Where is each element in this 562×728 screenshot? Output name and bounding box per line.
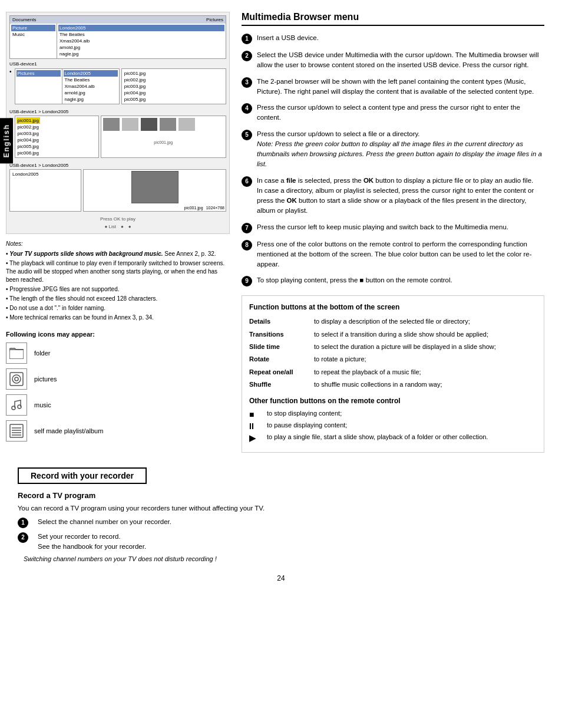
func-row-transitions: Transitions to select if a transition du… (249, 330, 537, 339)
color-buttons: ● List ● ● (9, 223, 226, 230)
pause-symbol: II (249, 421, 267, 431)
func-desc-details: to display a description of the selected… (314, 317, 537, 326)
b3-pic002: pic002.jpg (16, 124, 40, 130)
symbol-row-pause: II to pause displaying content; (249, 421, 537, 431)
browser-body-4: London2005 (10, 170, 81, 193)
browser-sim-2: Pictures London2005 The Beatles Xmas2004… (15, 68, 120, 104)
browser-sim-1: Documents Pictures Picture Music London2… (9, 15, 226, 59)
record-note: Switching channel numbers on your TV doe… (24, 555, 544, 562)
browser-sim-4: London2005 (9, 169, 81, 212)
func-row-details: Details to display a description of the … (249, 317, 537, 326)
bold-ok-1: OK (363, 177, 373, 184)
browser4-files: London2005 (10, 170, 81, 193)
mb-item-2: 2 Select the USB device under Multimedia… (242, 50, 544, 71)
browser-row-2: • Pictures London2005 The Beatles Xmas20… (9, 68, 226, 107)
browser2b-right: pic001.jpg pic002.jpg pic003.jpg pic004.… (122, 69, 226, 104)
func-name-rotate: Rotate (249, 355, 314, 364)
note-item-4: The length of the files should not excee… (6, 295, 230, 303)
pic-filename: pic001.jpg (184, 206, 203, 210)
record-section: Record with your recorder Record a TV pr… (18, 467, 544, 563)
note-item-5: Do not use a dot "." in folder naming. (6, 304, 230, 312)
b2-xmas2: Xmas2004.alb (64, 83, 118, 90)
record-subtitle: Record a TV program (18, 491, 544, 500)
icon-row-folder: folder (6, 342, 230, 364)
browser-body-1: Picture Music London2005 The Beatles Xma… (10, 24, 226, 58)
mb-text-1: Insert a USB device. (257, 33, 544, 44)
color-btn-dot2: ● (128, 224, 131, 229)
playlist-label: self made playlist/album (34, 427, 103, 434)
thumb-5 (178, 118, 195, 131)
browser-body-3: pic001.jpg pic002.jpg pic003.jpg pic004.… (15, 116, 98, 157)
pause-desc: to pause displaying content; (267, 421, 537, 429)
b2b-pic005: pic005.jpg (123, 96, 224, 103)
large-image (131, 171, 178, 203)
number-2: 2 (242, 51, 252, 61)
mb-text-7: Press the cursor left to keep music play… (257, 222, 544, 233)
note-bold-1: Your TV supports slide shows with backgr… (9, 251, 163, 257)
browser2-left: Pictures (15, 69, 62, 104)
right-panel: Multimedia Browser menu 1 Insert a USB d… (242, 12, 544, 453)
usb-device-label: USB-device1 (9, 61, 37, 67)
mb-item-9: 9 To stop playing content, press the ■ b… (242, 275, 544, 286)
browser-sim-label-3: USB-device1 > London2005 (9, 109, 226, 114)
browser-body-3b (101, 116, 226, 140)
thumb-2 (122, 118, 138, 131)
b3-pic001: pic001.jpg (16, 117, 40, 124)
folder-label: folder (34, 350, 51, 357)
image-counter: pic001.jpg 1024×768 (84, 205, 226, 211)
func-row-repeat: Repeat one/all to repeat the playback of… (249, 368, 537, 377)
browser-sim-3b: pic001.jpg (101, 116, 226, 158)
browser-header-1: Documents Pictures (10, 16, 226, 24)
func-desc-repeat: to repeat the playback of a music file; (314, 368, 537, 377)
record-title-box: Record with your recorder (18, 467, 147, 484)
mb-item-4: 4 Press the cursor up/down to select a c… (242, 103, 544, 123)
browser-right-panel: London2005 The Beatles Xmas2004.alb arno… (57, 24, 226, 58)
svg-point-2 (12, 375, 21, 383)
stop-desc: to stop displaying content; (267, 410, 537, 417)
number-4: 4 (242, 103, 252, 114)
number-9: 9 (242, 276, 252, 286)
notes-section: Notes: Your TV supports slide shows with… (6, 240, 230, 322)
note-item-1: Your TV supports slide shows with backgr… (6, 250, 230, 258)
note-item-2: The playback will continue to play even … (6, 259, 230, 284)
b2-london: London2005 (64, 70, 118, 77)
note-item-6: More technical remarks can be found in A… (6, 314, 230, 322)
music-svg (9, 398, 24, 412)
b3-pic006: pic006.jpg (16, 150, 40, 156)
bullet-indicator: • (9, 68, 12, 107)
mb-text-8: Press one of the color buttons on the re… (257, 239, 544, 270)
mb-text-5: Press the cursor up/down to select a fil… (257, 129, 544, 170)
browser-screenshots: Documents Pictures Picture Music London2… (6, 12, 230, 234)
func-row-slide-time: Slide time to select the duration a pict… (249, 342, 537, 351)
func-row-shuffle: Shuffle to shuffle music collections in … (249, 380, 537, 389)
notes-list: Your TV supports slide shows with backgr… (6, 250, 230, 322)
browser-body-2b: pic001.jpg pic002.jpg pic003.jpg pic004.… (122, 69, 226, 104)
mb-item-7: 7 Press the cursor left to keep music pl… (242, 222, 544, 233)
record-step-2: 2 Set your recorder to record. See the h… (18, 532, 544, 552)
func-row-rotate: Rotate to rotate a picture; (249, 355, 537, 364)
func-desc-shuffle: to shuffle music collections in a random… (314, 380, 537, 389)
b2b-pic004: pic004.jpg (123, 90, 224, 96)
mb-item-8: 8 Press one of the color buttons on the … (242, 239, 544, 270)
music-icon (6, 394, 27, 416)
mb-text-2: Select the USB device under Multimedia w… (257, 50, 544, 71)
number-6: 6 (242, 176, 252, 187)
b2-beatles2: The Beatles (64, 77, 118, 83)
func-name-details: Details (249, 317, 314, 326)
play-symbol: ▶ (249, 433, 267, 443)
record-step-1-text: Select the channel number on your record… (38, 517, 171, 528)
mb-item-6: 6 In case a file is selected, press the … (242, 176, 544, 216)
record-step-1: 1 Select the channel number on your reco… (18, 517, 544, 528)
playlist-svg (9, 424, 24, 438)
number-3: 3 (242, 77, 252, 88)
music-label: music (34, 401, 51, 409)
bold-ok-2: OK (287, 197, 297, 204)
large-image-container (84, 170, 226, 205)
number-8: 8 (242, 240, 252, 251)
notes-title: Notes: (6, 240, 230, 248)
browser-row-4: London2005 pic001.jpg 1024×768 (9, 169, 226, 214)
record-intro: You can record a TV program using your r… (18, 503, 544, 513)
browser2-right: London2005 The Beatles Xmas2004.alb arno… (62, 69, 119, 104)
b2b-pic002: pic002.jpg (123, 77, 224, 83)
b2-pictures: Pictures (16, 70, 61, 77)
